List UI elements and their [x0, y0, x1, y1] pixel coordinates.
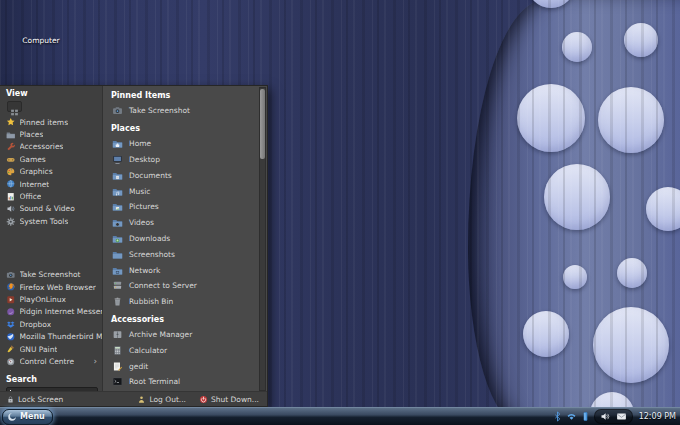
- paintbrush-icon: [6, 344, 16, 354]
- folder-network-icon: [112, 265, 123, 276]
- favorite-gnu-paint[interactable]: GNU Paint: [6, 343, 102, 355]
- item-label: Rubbish Bin: [129, 297, 173, 306]
- category-internet[interactable]: Internet: [6, 178, 102, 190]
- menu-item-videos[interactable]: Videos: [103, 215, 267, 231]
- item-label: Pinned items: [20, 118, 69, 127]
- favorite-dropbox[interactable]: Dropbox: [6, 318, 102, 330]
- menu-item-rubbish-bin[interactable]: Rubbish Bin: [103, 294, 267, 310]
- item-label: Take Screenshot: [129, 106, 190, 115]
- log-out-button[interactable]: Log Out...: [137, 395, 186, 404]
- audio-device-icon[interactable]: [580, 411, 591, 422]
- category-list: Pinned itemsPlacesAccessoriesGamesGraphi…: [6, 116, 102, 228]
- favorite-playonlinux[interactable]: PlayOnLinux: [6, 293, 102, 305]
- menu-item-screenshots[interactable]: Screenshots: [103, 246, 267, 262]
- firefox-icon: [6, 282, 16, 292]
- item-label: Calculator: [129, 346, 167, 355]
- favorite-mozilla-thunderbird-mail-news[interactable]: Mozilla Thunderbird Mail/News: [6, 330, 102, 342]
- item-label: Music: [129, 187, 150, 196]
- wallpaper-circle: [517, 84, 585, 152]
- wallpaper-circle: [624, 23, 658, 57]
- item-label: Mozilla Thunderbird Mail/News: [20, 332, 103, 341]
- wallpaper-circle: [544, 164, 610, 230]
- category-games[interactable]: Games: [6, 153, 102, 165]
- thunderbird-icon: [6, 332, 16, 342]
- server-icon: [112, 280, 123, 291]
- section-header-pinned-items: Pinned Items: [103, 86, 267, 103]
- menu-item-root-terminal[interactable]: Root Terminal: [103, 374, 267, 390]
- category-system-tools[interactable]: System Tools: [6, 215, 102, 227]
- section-header-places: Places: [103, 119, 267, 136]
- menu-item-calculator[interactable]: Calculator: [103, 342, 267, 358]
- menu-footer: Lock Screen Log Out... Shut Down...: [0, 391, 267, 406]
- section-header-accessories: Accessories: [103, 310, 267, 327]
- item-label: Accessories: [20, 142, 64, 151]
- favorite-control-centre[interactable]: Control Centre›: [6, 355, 102, 367]
- menu-item-desktop[interactable]: Desktop: [103, 152, 267, 168]
- item-label: Control Centre: [20, 357, 75, 366]
- menu-item-connect-to-server[interactable]: Connect to Server: [103, 278, 267, 294]
- dropbox-icon: [6, 320, 16, 330]
- folder-pictures-icon: [112, 201, 123, 212]
- favorite-pidgin-internet-messenger[interactable]: Pidgin Internet Messenger: [6, 306, 102, 318]
- volume-icon[interactable]: [600, 411, 611, 422]
- folder-home-icon: [112, 138, 123, 149]
- menu-button[interactable]: Menu: [2, 409, 53, 425]
- menu-applications-panel: Pinned ItemsTake ScreenshotPlacesHomeDes…: [102, 86, 267, 393]
- menu-logo-icon: [7, 412, 17, 422]
- item-label: gedit: [129, 362, 148, 371]
- view-toggle-button[interactable]: [7, 101, 22, 112]
- desktop-icon-computer[interactable]: Computer: [12, 6, 70, 45]
- folder-videos-icon: [112, 217, 123, 228]
- pidgin-icon: [6, 307, 16, 317]
- office-icon: [6, 192, 16, 202]
- tray-notification-area: [594, 409, 633, 424]
- scrollbar-thumb[interactable]: [260, 89, 265, 159]
- shut-down-button[interactable]: Shut Down...: [199, 395, 259, 404]
- bluetooth-icon[interactable]: [552, 411, 563, 422]
- folder-documents-icon: [112, 170, 123, 181]
- item-label: Dropbox: [20, 320, 52, 329]
- wallpaper-circle: [563, 265, 587, 289]
- item-label: PlayOnLinux: [20, 295, 67, 304]
- category-places[interactable]: Places: [6, 128, 102, 140]
- wallpaper-circle: [593, 307, 669, 383]
- category-office[interactable]: Office: [6, 190, 102, 202]
- menu-left-column: View Pinned itemsPlacesAccessoriesGamesG…: [0, 86, 102, 393]
- scrollbar[interactable]: [259, 87, 266, 391]
- wallpaper-circle: [562, 32, 592, 62]
- favorite-firefox-web-browser[interactable]: Firefox Web Browser: [6, 281, 102, 293]
- menu-item-take-screenshot[interactable]: Take Screenshot: [103, 103, 267, 119]
- computer-icon: [24, 6, 58, 35]
- menu-item-documents[interactable]: Documents: [103, 167, 267, 183]
- item-label: Pidgin Internet Messenger: [20, 307, 103, 316]
- item-label: Home: [129, 139, 151, 148]
- item-label: Office: [20, 192, 42, 201]
- playonlinux-icon: [6, 295, 16, 305]
- terminal-icon: [112, 376, 123, 387]
- mail-icon[interactable]: [616, 411, 627, 422]
- category-accessories[interactable]: Accessories: [6, 141, 102, 153]
- category-graphics[interactable]: Graphics: [6, 166, 102, 178]
- category-sound-video[interactable]: Sound & Video: [6, 203, 102, 215]
- category-pinned-items[interactable]: Pinned items: [6, 116, 102, 128]
- favorite-take-screenshot[interactable]: Take Screenshot: [6, 269, 102, 281]
- menu-item-music[interactable]: Music: [103, 183, 267, 199]
- palette-icon: [6, 167, 16, 177]
- item-label: Desktop: [129, 155, 160, 164]
- item-label: Downloads: [129, 234, 170, 243]
- clock[interactable]: 12:09 PM: [639, 412, 676, 421]
- wallpaper-circle: [617, 258, 647, 288]
- menu-item-gedit[interactable]: gedit: [103, 358, 267, 374]
- item-label: Archive Manager: [129, 330, 192, 339]
- menu-item-home[interactable]: Home: [103, 136, 267, 152]
- item-label: System Tools: [20, 217, 69, 226]
- menu-item-downloads[interactable]: Downloads: [103, 231, 267, 247]
- menu-item-network[interactable]: Network: [103, 262, 267, 278]
- folder-plain-icon: [112, 249, 123, 260]
- menu-item-archive-manager[interactable]: Archive Manager: [103, 327, 267, 343]
- menu-item-pictures[interactable]: Pictures: [103, 199, 267, 215]
- wifi-icon[interactable]: [566, 411, 577, 422]
- item-label: Videos: [129, 218, 154, 227]
- lock-screen-button[interactable]: Lock Screen: [6, 395, 63, 404]
- places-folder-icon: [6, 130, 16, 140]
